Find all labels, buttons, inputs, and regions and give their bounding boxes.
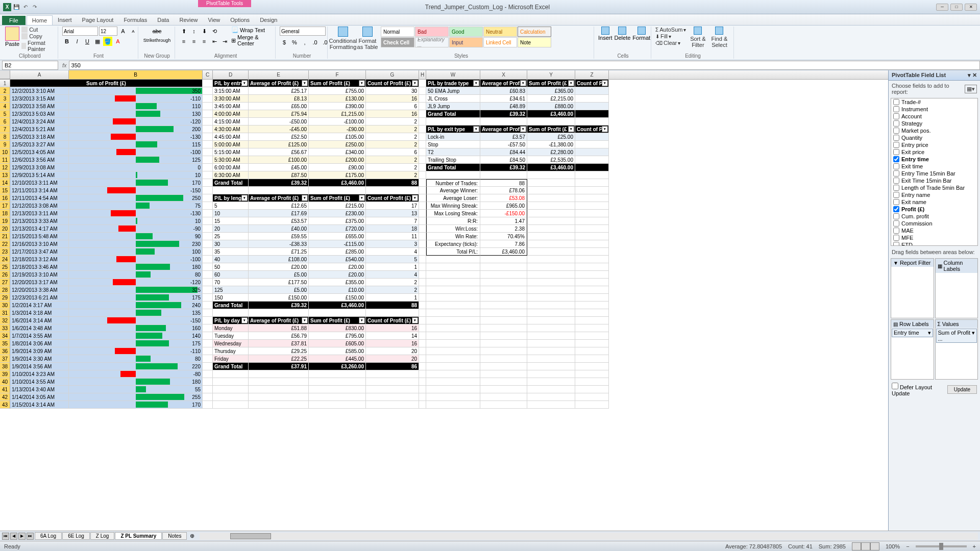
undo-icon[interactable]: ↶: [21, 3, 30, 11]
paste-button[interactable]: Paste: [5, 27, 19, 47]
col-header-H[interactable]: H: [419, 70, 426, 79]
save-icon[interactable]: 💾: [12, 3, 20, 11]
row-header-8[interactable]: 8: [0, 133, 10, 141]
field-entry-time[interactable]: Entry time: [891, 156, 977, 163]
zoom-in-icon[interactable]: +: [973, 543, 976, 549]
row-header-7[interactable]: 7: [0, 126, 10, 133]
sheet-tab-z-pl-summary[interactable]: Z PL Summary: [115, 532, 162, 540]
sheet-tab-notes[interactable]: Notes: [162, 532, 187, 540]
align-middle-icon[interactable]: ↕: [189, 27, 199, 36]
fill-button[interactable]: ⬇ Fill ▾: [655, 33, 686, 39]
menu-tab-design[interactable]: Design: [255, 15, 282, 25]
inc-decimal-icon[interactable]: .0: [310, 38, 320, 47]
insert-cells-button[interactable]: Insert: [598, 27, 612, 41]
style-calculation[interactable]: Calculation: [518, 27, 551, 37]
style-explanatory[interactable]: Explanatory ...: [415, 37, 449, 47]
field-etd[interactable]: ETD: [891, 241, 977, 246]
delete-cells-button[interactable]: Delete: [615, 27, 631, 41]
style-good[interactable]: Good: [449, 27, 483, 37]
row-header-39[interactable]: 39: [0, 370, 10, 378]
row-header-37[interactable]: 37: [0, 355, 10, 363]
col-header-Z[interactable]: Z: [575, 70, 609, 79]
col-header-C[interactable]: C: [203, 70, 213, 79]
menu-tab-data[interactable]: Data: [152, 15, 174, 25]
file-tab[interactable]: File: [2, 16, 26, 25]
underline-button[interactable]: U: [83, 37, 92, 46]
field-cum--profit[interactable]: Cum. profit: [891, 213, 977, 220]
zoom-out-icon[interactable]: −: [906, 543, 909, 549]
col-header-Y[interactable]: Y: [527, 70, 575, 79]
field-layout-icon[interactable]: ▦▾: [965, 85, 977, 93]
row-header-25[interactable]: 25: [0, 263, 10, 271]
field-entry-price[interactable]: Entry price: [891, 141, 977, 148]
autosum-button[interactable]: Σ AutoSum ▾: [655, 27, 686, 33]
filter-icon[interactable]: ▾: [359, 195, 365, 201]
percent-icon[interactable]: %: [290, 38, 299, 47]
font-name-select[interactable]: [62, 27, 98, 36]
maximize-icon[interactable]: □: [950, 4, 963, 11]
row-header-30[interactable]: 30: [0, 302, 10, 309]
zoom-slider[interactable]: [916, 545, 967, 547]
filter-icon[interactable]: ▾: [302, 317, 308, 323]
field-account[interactable]: Account: [891, 113, 977, 120]
filter-icon[interactable]: ▾: [241, 317, 248, 323]
tab-first-icon[interactable]: ⏮: [2, 533, 9, 540]
report-filter-zone[interactable]: ▼ Report Filter: [891, 258, 934, 318]
row-header-32[interactable]: 32: [0, 317, 10, 324]
row-labels-zone[interactable]: ▤ Row LabelsEntry time▾: [891, 319, 934, 380]
field-mae[interactable]: MAE: [891, 227, 977, 234]
italic-button[interactable]: I: [72, 37, 82, 46]
row-header-16[interactable]: 16: [0, 194, 10, 202]
row-header-13[interactable]: 13: [0, 171, 10, 179]
format-as-table-button[interactable]: Format as Table: [356, 27, 379, 50]
conditional-formatting-button[interactable]: Conditional Formatting: [332, 27, 354, 50]
indent-inc-icon[interactable]: ⇥: [220, 37, 229, 46]
row-header-12[interactable]: 12: [0, 164, 10, 171]
filter-icon[interactable]: ▾: [602, 126, 608, 132]
filter-icon[interactable]: ▾: [412, 195, 418, 201]
row-header-23[interactable]: 23: [0, 248, 10, 256]
align-right-icon[interactable]: ≡: [200, 37, 209, 46]
format-cells-button[interactable]: Format: [632, 27, 650, 41]
border-button[interactable]: ▦: [93, 37, 102, 46]
row-header-1[interactable]: 1: [0, 80, 10, 87]
sheet-tab-6e-log[interactable]: 6E Log: [62, 532, 90, 540]
number-format-select[interactable]: [280, 27, 326, 36]
col-header-E[interactable]: E: [249, 70, 309, 79]
col-header-A[interactable]: A: [10, 70, 69, 79]
defer-checkbox[interactable]: Defer Layout Update: [892, 383, 945, 396]
tab-last-icon[interactable]: ⏭: [27, 533, 34, 540]
row-header-40[interactable]: 40: [0, 378, 10, 386]
col-header-W[interactable]: W: [426, 70, 480, 79]
row-header-24[interactable]: 24: [0, 256, 10, 263]
menu-tab-insert[interactable]: Insert: [53, 15, 77, 25]
row-header-31[interactable]: 31: [0, 309, 10, 317]
redo-icon[interactable]: ↷: [31, 3, 39, 11]
filter-icon[interactable]: ▾: [520, 80, 526, 86]
fx-icon[interactable]: fx: [62, 62, 67, 68]
bold-button[interactable]: B: [62, 37, 71, 46]
row-header-29[interactable]: 29: [0, 294, 10, 302]
sheet-tab-6a-log[interactable]: 6A Log: [35, 532, 62, 540]
filter-icon[interactable]: ▾: [241, 80, 248, 86]
filter-icon[interactable]: ▾: [412, 317, 418, 323]
tab-next-icon[interactable]: ▶: [18, 533, 26, 540]
find-select-button[interactable]: Find & Select: [709, 27, 729, 48]
style-neutral[interactable]: Neutral: [483, 27, 517, 37]
format-painter-button[interactable]: Format Painter: [21, 40, 55, 52]
horizontal-scrollbar[interactable]: [200, 533, 978, 540]
values-zone[interactable]: Σ ValuesSum of Profit ...▾: [935, 319, 978, 380]
style-checkcell[interactable]: Check Cell: [381, 37, 414, 47]
strikethrough-button[interactable]: abc: [152, 27, 162, 36]
col-header-F[interactable]: F: [309, 70, 366, 79]
fill-color-button[interactable]: 🪣: [103, 37, 112, 46]
field-commission[interactable]: Commission: [891, 220, 977, 227]
minimize-icon[interactable]: ─: [936, 4, 948, 11]
page-break-view-icon[interactable]: [870, 542, 879, 550]
align-bottom-icon[interactable]: ⬇: [200, 27, 209, 36]
field-trade--[interactable]: Trade-#: [891, 98, 977, 106]
menu-tab-page-layout[interactable]: Page Layout: [77, 15, 119, 25]
column-labels-zone[interactable]: ▦ Column Labels: [935, 258, 978, 318]
row-header-22[interactable]: 22: [0, 240, 10, 248]
row-item[interactable]: Entry time▾: [892, 329, 933, 337]
